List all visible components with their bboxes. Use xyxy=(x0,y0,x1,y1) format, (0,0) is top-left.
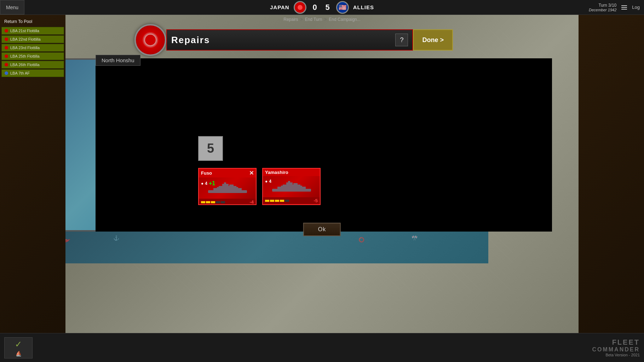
breadcrumb-repairs[interactable]: Repairs xyxy=(283,17,298,22)
yamashiro-hp-3 xyxy=(275,200,279,202)
svg-rect-10 xyxy=(283,185,300,187)
yamashiro-hp-2 xyxy=(270,200,274,202)
ship-card-fuso[interactable]: Fuso ✕ ● 4 +1 xyxy=(198,168,257,205)
logo-version: Beta Version - 2021 xyxy=(605,353,640,357)
svg-rect-15 xyxy=(299,186,302,187)
repairs-panel: 5 Fuso ✕ ● 4 +1 xyxy=(96,58,552,232)
map-icon-anchor: ⚓ xyxy=(113,235,119,241)
breadcrumb-sep1: > xyxy=(300,17,303,22)
ships-area: Fuso ✕ ● 4 +1 xyxy=(198,168,321,205)
japan-logo xyxy=(134,24,166,56)
pool-item-1[interactable]: LBA 22nd Flottilla xyxy=(1,35,64,43)
fuso-name: Fuso xyxy=(201,170,212,176)
pool-dot-0 xyxy=(5,29,8,33)
turn-label: Turn 3/10 xyxy=(589,3,616,8)
done-button[interactable]: Done > xyxy=(413,29,453,51)
right-panel xyxy=(579,15,644,362)
pool-item-3[interactable]: LBA 25th Flottilla xyxy=(1,52,64,60)
log-button[interactable]: Log xyxy=(632,5,640,10)
pool-dot-2 xyxy=(5,46,8,49)
yamashiro-name: Yamashiro xyxy=(265,170,288,175)
japan-score: 0 xyxy=(311,3,319,12)
svg-rect-6 xyxy=(217,187,220,188)
pool-item-5[interactable]: LBA 7th AF xyxy=(1,69,64,77)
menu-button[interactable]: Menu xyxy=(0,0,24,14)
pool-dot-4 xyxy=(5,63,8,66)
pool-dot-3 xyxy=(5,54,8,58)
bottom-right: FLEET COMMANDER Beta Version - 2021 xyxy=(592,338,644,357)
top-bar: Menu JAPAN 0 5 🇺🇸 ALLIES Turn 3/10 Decem… xyxy=(0,0,644,15)
logo-text-fleet: FLEET xyxy=(612,338,640,346)
fuso-hp-3 xyxy=(211,201,215,203)
hamburger-icon[interactable] xyxy=(620,4,628,11)
fuso-dot: ● xyxy=(201,181,203,186)
fuso-hp-1 xyxy=(201,201,205,203)
help-button[interactable]: ? xyxy=(395,34,408,46)
yamashiro-hp-1 xyxy=(265,200,269,202)
fuso-bonus: +1 xyxy=(209,180,215,187)
svg-rect-3 xyxy=(222,184,229,186)
score-area: JAPAN 0 5 🇺🇸 ALLIES xyxy=(270,1,374,14)
svg-rect-11 xyxy=(286,182,293,185)
yamashiro-ship-icon xyxy=(270,179,313,195)
svg-rect-14 xyxy=(281,186,284,187)
pool-dot-1 xyxy=(5,37,8,41)
return-pool-panel: Return To Pool LBA 21st Flottilla LBA 22… xyxy=(0,15,65,81)
yamashiro-stats: ● 4 xyxy=(265,179,271,184)
pool-label-2: LBA 23rd Flottilla xyxy=(10,46,40,50)
bottom-bar: ✓ ⛵ FLEET COMMANDER Beta Version - 2021 xyxy=(0,333,644,362)
fuso-footer: -4 xyxy=(199,199,256,205)
yamashiro-attack: 4 xyxy=(269,179,271,184)
allies-label: ALLIES xyxy=(353,4,374,10)
breadcrumb: Repairs > End Turn > End Campaign... xyxy=(283,17,360,22)
yamashiro-footer: -5 xyxy=(263,197,320,204)
svg-rect-4 xyxy=(229,185,234,186)
japan-sun xyxy=(145,35,156,45)
pool-dot-5 xyxy=(5,71,8,75)
fuso-stats: ● 4 +1 xyxy=(201,180,215,187)
logo-text-commander: COMMANDER xyxy=(592,346,640,353)
allies-emblem: 🇺🇸 xyxy=(336,1,349,14)
bottom-left: ✓ ⛵ xyxy=(0,337,33,358)
japan-emblem xyxy=(294,1,306,14)
yamashiro-dot: ● xyxy=(265,179,268,184)
fuso-x-icon[interactable]: ✕ xyxy=(249,170,254,176)
pool-item-2[interactable]: LBA 23rd Flottilla xyxy=(1,44,64,52)
breadcrumb-sep2: > xyxy=(324,17,327,22)
fuso-attack: 4 xyxy=(205,181,207,186)
pool-label-4: LBA 26th Flottilla xyxy=(10,63,40,67)
turn-info: Turn 3/10 December 1942 Log xyxy=(589,3,644,12)
fuso-hp-bars xyxy=(201,201,225,203)
fuso-hp-4 xyxy=(216,201,220,203)
map-icon-circle: ⭕ xyxy=(358,237,364,243)
map-icon-japan2: 🎌 xyxy=(412,235,418,241)
breadcrumb-end-campaign[interactable]: End Campaign... xyxy=(329,17,360,22)
fuso-body: ● 4 +1 xyxy=(199,177,256,199)
yamashiro-header: Yamashiro xyxy=(263,169,320,176)
pool-item-0[interactable]: LBA 21st Flottilla xyxy=(1,27,64,35)
location-tab[interactable]: North Honshu xyxy=(96,55,140,66)
fuso-repair-cost: -4 xyxy=(249,199,254,205)
fuso-hp-5 xyxy=(221,201,225,203)
pool-label-3: LBA 25th Flottilla xyxy=(10,54,40,58)
checkmark-button[interactable]: ✓ ⛵ xyxy=(4,337,33,358)
header-panel: Repairs ? Done > xyxy=(134,24,453,56)
fleet-number-tile: 5 xyxy=(198,136,223,161)
yamashiro-body: ● 4 xyxy=(263,176,320,197)
svg-rect-7 xyxy=(235,187,238,188)
yamashiro-hp-bars xyxy=(265,200,289,202)
return-pool-label: Return To Pool xyxy=(1,18,64,25)
ship-card-yamashiro[interactable]: Yamashiro ● 4 xyxy=(262,168,321,205)
map-lower: 🚩 ⚓ ⭕ 🎌 xyxy=(35,232,488,263)
pool-label-0: LBA 21st Flottilla xyxy=(10,29,39,33)
title-bar: Repairs ? xyxy=(166,29,413,51)
date-label: December 1942 xyxy=(589,8,616,12)
pool-label-1: LBA 22nd Flottilla xyxy=(10,37,41,41)
breadcrumb-end-turn[interactable]: End Turn xyxy=(305,17,322,22)
yamashiro-hp-5 xyxy=(285,200,289,202)
pool-item-4[interactable]: LBA 26th Flottilla xyxy=(1,61,64,69)
svg-rect-0 xyxy=(208,190,247,193)
yamashiro-repair-cost: -5 xyxy=(314,198,318,203)
svg-rect-13 xyxy=(288,181,290,183)
ok-button[interactable]: Ok xyxy=(303,223,341,236)
